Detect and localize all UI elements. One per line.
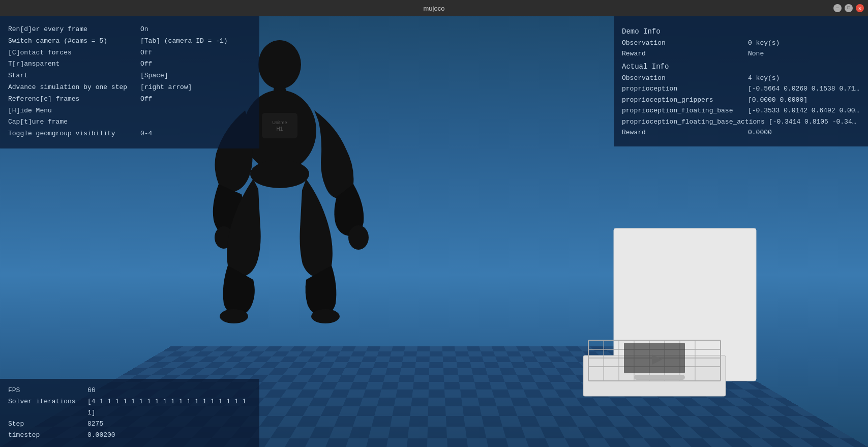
info-value: [-0.3533 0.0142 0.6492 0.0003] <box>748 105 860 116</box>
solver-label: Solver iterations <box>8 396 79 419</box>
info-key: Observation <box>622 73 744 83</box>
actual-section-title: Actual Info <box>622 63 860 71</box>
fps-label: FPS <box>8 385 79 396</box>
timestep-value: 0.00200 <box>87 430 115 441</box>
info-value: 0.0000 <box>748 127 860 138</box>
svg-point-9 <box>220 309 248 323</box>
svg-point-0 <box>258 40 301 89</box>
info-row: proprioception_floating_base[-0.3533 0.0… <box>622 105 860 116</box>
info-value: 4 key(s) <box>748 73 860 83</box>
menu-key: [H]ide Menu <box>8 106 140 116</box>
fps-value: 66 <box>87 385 96 396</box>
info-value: [0.0000 0.0000] <box>748 95 860 105</box>
info-key: Observation <box>622 38 744 48</box>
menu-key: Switch camera (#cams = 5) <box>8 36 140 47</box>
stats-panel: FPS 66 Solver iterations [4 1 1 1 1 1 1 … <box>0 379 259 447</box>
menu-panel: Ren[d]er every frameOnSwitch camera (#ca… <box>0 16 259 148</box>
svg-rect-24 <box>634 375 685 380</box>
maximize-button[interactable]: □ <box>845 4 853 12</box>
menu-key: T[r]ansparent <box>8 59 140 70</box>
menu-row: [H]ide Menu <box>8 106 251 116</box>
info-row: Reward0.0000 <box>622 127 860 138</box>
info-row: proprioception_grippers[0.0000 0.0000] <box>622 95 860 105</box>
svg-rect-3 <box>262 113 297 138</box>
title-bar: mujoco — □ ✕ <box>0 0 868 16</box>
menu-val: [Tab] (camera ID = -1) <box>140 36 251 47</box>
menu-val <box>140 117 251 128</box>
svg-text:H1: H1 <box>277 126 283 132</box>
menu-key: Ren[d]er every frame <box>8 24 140 35</box>
menu-val: [right arrow] <box>140 82 251 93</box>
info-value: [-0.3414 0.8105 -0.3462 0.0... <box>769 116 860 127</box>
info-row: Observation0 key(s) <box>622 38 860 48</box>
info-row: proprioception[-0.5664 0.0260 0.1538 0.7… <box>622 83 860 94</box>
menu-row: Start[Space] <box>8 71 251 81</box>
timestep-label: timestep <box>8 430 79 441</box>
window-controls: — □ ✕ <box>833 4 864 12</box>
info-key: Reward <box>622 48 744 59</box>
menu-key: [C]ontact forces <box>8 48 140 58</box>
menu-row: T[r]ansparentOff <box>8 59 251 70</box>
window-title: mujoco <box>424 5 445 12</box>
info-row: RewardNone <box>622 48 860 59</box>
svg-point-8 <box>250 160 309 188</box>
menu-row: Switch camera (#cams = 5)[Tab] (camera I… <box>8 36 251 47</box>
step-label: Step <box>8 419 79 430</box>
demo-section-title: Demo Info <box>622 27 860 36</box>
menu-row: Ren[d]er every frameOn <box>8 24 251 35</box>
info-key: proprioception <box>622 83 744 94</box>
info-key: proprioception_grippers <box>622 95 744 105</box>
viewport: Unitree H1 <box>0 16 868 447</box>
info-panel: Demo Info Observation0 key(s)RewardNone … <box>614 16 868 146</box>
info-key: proprioception_floating_base_actions <box>622 116 765 127</box>
info-row: Observation4 key(s) <box>622 73 860 83</box>
info-row: proprioception_floating_base_actions[-0.… <box>622 116 860 127</box>
menu-val <box>140 106 251 116</box>
info-value: 0 key(s) <box>748 38 860 48</box>
menu-key: Advance simulation by one step <box>8 82 140 93</box>
info-value: None <box>748 48 860 59</box>
menu-row: Referenc[e] framesOff <box>8 94 251 105</box>
menu-val: Off <box>140 94 251 105</box>
menu-val: On <box>140 24 251 35</box>
menu-key: Start <box>8 71 140 81</box>
solver-value: [4 1 1 1 1 1 1 1 1 1 1 1 1 1 1 1 1 1 1 1… <box>87 396 251 419</box>
info-key: Reward <box>622 127 744 138</box>
svg-point-10 <box>311 309 340 323</box>
menu-val: Off <box>140 48 251 58</box>
menu-key: Toggle geomgroup visibility <box>8 129 140 139</box>
close-button[interactable]: ✕ <box>856 4 864 12</box>
menu-row: Toggle geomgroup visibility0-4 <box>8 129 251 139</box>
menu-row: Cap[t]ure frame <box>8 117 251 128</box>
minimize-button[interactable]: — <box>833 4 842 12</box>
menu-val: Off <box>140 59 251 70</box>
menu-row: Advance simulation by one step[right arr… <box>8 82 251 93</box>
svg-point-7 <box>348 225 369 250</box>
info-value: [-0.5664 0.0260 0.1538 0.71... <box>748 83 860 94</box>
menu-key: Cap[t]ure frame <box>8 117 140 128</box>
svg-text:Unitree: Unitree <box>272 120 287 125</box>
info-key: proprioception_floating_base <box>622 105 744 116</box>
menu-key: Referenc[e] frames <box>8 94 140 105</box>
menu-row: [C]ontact forcesOff <box>8 48 251 58</box>
step-value: 8275 <box>87 419 103 430</box>
dishwasher <box>573 213 766 406</box>
menu-val: [Space] <box>140 71 251 81</box>
menu-val: 0-4 <box>140 129 251 139</box>
